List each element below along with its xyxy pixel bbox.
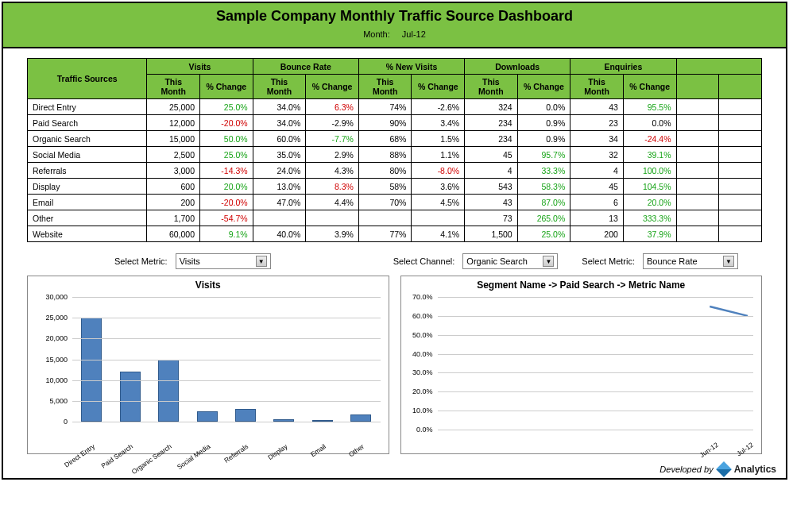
y-tick-label: 10,000 — [33, 376, 68, 384]
line-segment — [710, 306, 748, 316]
chevron-down-icon: ▼ — [256, 256, 267, 267]
select-channel[interactable]: Organic Search ▼ — [462, 253, 558, 269]
y-tick-label: 70.0% — [404, 293, 433, 301]
x-tick-label: Jun-12 — [698, 441, 720, 459]
select-metric-left-value: Visits — [180, 256, 200, 266]
subcol-change: % Change — [412, 75, 465, 99]
col-group-newvisits: % New Visits — [358, 59, 464, 75]
subcol-change: % Change — [306, 75, 359, 99]
col-group-visits: Visits — [147, 59, 253, 75]
y-tick-label: 5,000 — [33, 397, 68, 405]
y-tick-label: 30,000 — [33, 293, 68, 301]
table-row: Display60020.0%13.0%8.3%58%3.6%54358.3%4… — [28, 179, 762, 195]
chevron-down-icon: ▼ — [543, 256, 554, 267]
x-tick-label: Jul-12 — [735, 441, 755, 457]
traffic-table: Traffic Sources Visits Bounce Rate % New… — [27, 58, 762, 242]
subcol-this_month: This Month — [358, 75, 412, 99]
y-tick-label: 30.0% — [404, 368, 433, 376]
line-chart-title: Segment Name -> Paid Search -> Metric Na… — [401, 276, 762, 291]
y-tick-label: 25,000 — [33, 314, 68, 322]
brand-name: Analytics — [734, 464, 776, 475]
analytics-logo-icon — [716, 461, 732, 477]
footer: Developed by Analytics — [3, 459, 786, 478]
table-row: Referrals3,000-14.3%24.0%4.3%80%-8.0%433… — [28, 163, 762, 179]
y-tick-label: 0.0% — [404, 426, 433, 434]
y-tick-label: 10.0% — [404, 407, 433, 414]
subcol-change: % Change — [623, 75, 676, 99]
select-metric-left[interactable]: Visits ▼ — [176, 253, 271, 269]
table-row: Social Media2,50025.0%35.0%2.9%88%1.1%45… — [28, 147, 762, 163]
bar — [350, 414, 371, 422]
bar-chart-visits: Visits Direct EntryPaid SearchOrganic Se… — [27, 276, 389, 454]
col-group-downloads: Downloads — [465, 59, 570, 75]
table-row: Other1,700-54.7%73265.0%13333.3% — [28, 210, 762, 226]
subcol-change: % Change — [200, 75, 253, 99]
table-row: Direct Entry25,00025.0%34.0%6.3%74%-2.6%… — [28, 99, 762, 115]
bar-chart-title: Visits — [28, 276, 389, 291]
subcol-this_month: This Month — [465, 75, 518, 99]
table-row: Paid Search12,000-20.0%34.0%-2.9%90%3.4%… — [28, 115, 762, 131]
y-tick-label: 20.0% — [404, 387, 433, 395]
month-value: Jul-12 — [402, 29, 426, 39]
y-tick-label: 40.0% — [404, 350, 433, 358]
bar — [120, 372, 141, 422]
col-group-blank — [676, 59, 762, 75]
month-label: Month: — [363, 29, 390, 39]
y-tick-label: 20,000 — [33, 334, 68, 342]
select-metric-left-label: Select Metric: — [114, 256, 168, 266]
select-channel-label: Select Channel: — [393, 256, 455, 266]
y-tick-label: 0 — [33, 418, 68, 426]
select-metric-right[interactable]: Bounce Rate ▼ — [643, 253, 738, 269]
bar — [235, 409, 256, 422]
subcol-change: % Change — [517, 75, 570, 99]
line-chart-segment: Segment Name -> Paid Search -> Metric Na… — [400, 276, 763, 454]
subcol-this_month: This Month — [147, 75, 200, 99]
subcol-this_month: This Month — [253, 75, 306, 99]
table-row: Email200-20.0%47.0%4.4%70%4.5%4387.0%620… — [28, 195, 762, 210]
x-tick-label: Other — [347, 442, 365, 458]
x-tick-label: Email — [308, 442, 327, 458]
bar — [81, 318, 102, 422]
bar — [197, 411, 218, 422]
select-metric-right-label: Select Metric: — [582, 256, 635, 266]
select-channel-value: Organic Search — [466, 256, 527, 266]
y-tick-label: 60.0% — [404, 312, 433, 320]
col-traffic-sources: Traffic Sources — [28, 59, 147, 99]
col-group-enquiries: Enquiries — [570, 59, 676, 75]
subcol-this_month: This Month — [570, 75, 624, 99]
table-row: Organic Search15,00050.0%60.0%-7.7%68%1.… — [28, 131, 762, 147]
table-row: Website60,0009.1%40.0%3.9%77%4.1%1,50025… — [28, 226, 762, 242]
chevron-down-icon: ▼ — [723, 256, 734, 267]
col-group-bounce: Bounce Rate — [253, 59, 358, 75]
y-tick-label: 15,000 — [33, 356, 68, 364]
bar — [158, 360, 179, 422]
page-title: Sample Company Monthly Traffic Source Da… — [3, 8, 786, 25]
dashboard-header: Sample Company Monthly Traffic Source Da… — [3, 3, 786, 48]
select-metric-right-value: Bounce Rate — [647, 256, 698, 266]
developed-by-label: Developed by — [659, 465, 713, 474]
y-tick-label: 50.0% — [404, 331, 433, 339]
